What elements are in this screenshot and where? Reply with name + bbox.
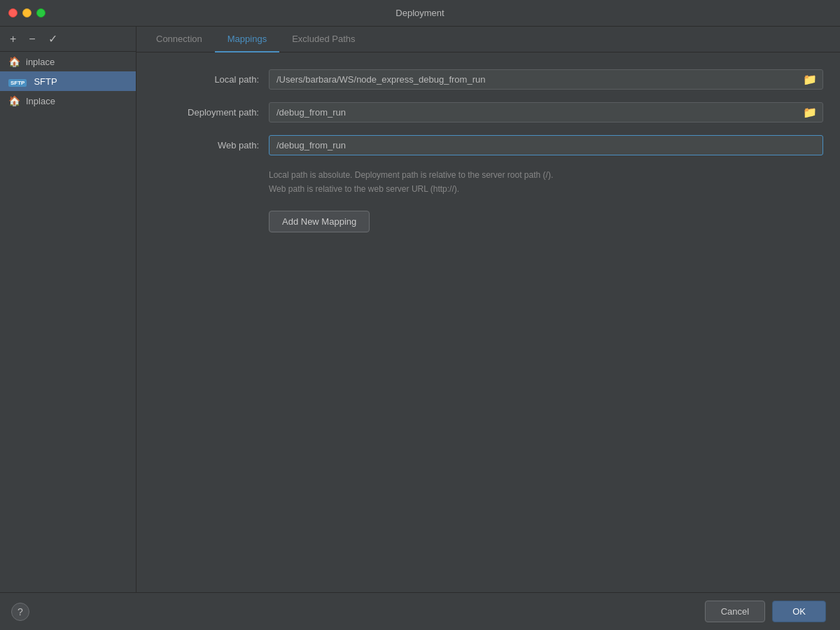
local-path-input[interactable]: [270, 70, 797, 89]
local-path-folder-button[interactable]: 📁: [797, 71, 822, 88]
tab-mappings[interactable]: Mappings: [215, 27, 279, 52]
sidebar-items: 🏠 inplace SFTP SFTP 🏠 Inplace: [0, 52, 136, 592]
deployment-path-input-wrap: 📁: [269, 102, 823, 122]
tab-bar: Connection Mappings Excluded Paths: [136, 27, 840, 52]
deployment-path-label: Deployment path:: [153, 107, 269, 118]
maximize-button[interactable]: [36, 8, 46, 18]
deployment-path-folder-button[interactable]: 📁: [797, 104, 822, 121]
web-path-input[interactable]: [270, 136, 822, 155]
mappings-form: Local path: 📁 Deployment path: 📁 Web pat…: [136, 52, 840, 592]
sidebar-toolbar: + − ✓: [0, 27, 136, 52]
main-layout: + − ✓ 🏠 inplace SFTP SFTP 🏠 Inplace: [0, 27, 840, 592]
web-path-label: Web path:: [153, 140, 269, 150]
tab-excluded-paths[interactable]: Excluded Paths: [279, 27, 368, 52]
tab-connection[interactable]: Connection: [144, 27, 215, 52]
close-button[interactable]: [8, 8, 18, 18]
help-button[interactable]: ?: [11, 603, 29, 621]
add-server-button[interactable]: +: [7, 34, 19, 45]
confirm-button[interactable]: ✓: [46, 34, 60, 45]
sidebar-item-label: SFTP: [34, 76, 57, 87]
web-path-row: Web path:: [153, 135, 823, 155]
sidebar: + − ✓ 🏠 inplace SFTP SFTP 🏠 Inplace: [0, 27, 136, 592]
title-bar: Deployment: [0, 0, 840, 27]
content-panel: Connection Mappings Excluded Paths Local…: [136, 27, 840, 592]
local-path-row: Local path: 📁: [153, 69, 823, 90]
deployment-path-row: Deployment path: 📁: [153, 102, 823, 122]
sftp-icon: SFTP: [8, 76, 28, 87]
hint-line1: Local path is absolute. Deployment path …: [269, 168, 823, 182]
ok-button[interactable]: OK: [772, 601, 826, 622]
deployment-path-input[interactable]: [270, 103, 797, 122]
local-path-label: Local path:: [153, 74, 269, 85]
sidebar-item-inplace1[interactable]: 🏠 inplace: [0, 52, 136, 71]
sidebar-item-label: inplace: [26, 57, 55, 67]
hint-text: Local path is absolute. Deployment path …: [269, 168, 823, 197]
footer: ? Cancel OK: [0, 592, 840, 630]
add-new-mapping-button[interactable]: Add New Mapping: [269, 211, 370, 232]
remove-server-button[interactable]: −: [26, 34, 38, 45]
cancel-button[interactable]: Cancel: [705, 601, 765, 622]
web-path-input-wrap: [269, 135, 823, 155]
house-icon: 🏠: [8, 56, 20, 67]
dialog-title: Deployment: [396, 8, 444, 18]
traffic-lights: [8, 8, 46, 18]
sftp-badge-text: SFTP: [8, 79, 27, 87]
sidebar-item-label: Inplace: [26, 96, 55, 106]
sidebar-item-inplace2[interactable]: 🏠 Inplace: [0, 91, 136, 111]
local-path-input-wrap: 📁: [269, 69, 823, 90]
house-icon-2: 🏠: [8, 95, 20, 106]
minimize-button[interactable]: [22, 8, 31, 18]
hint-line2: Web path is relative to the web server U…: [269, 182, 823, 196]
sidebar-item-sftp[interactable]: SFTP SFTP: [0, 71, 136, 91]
